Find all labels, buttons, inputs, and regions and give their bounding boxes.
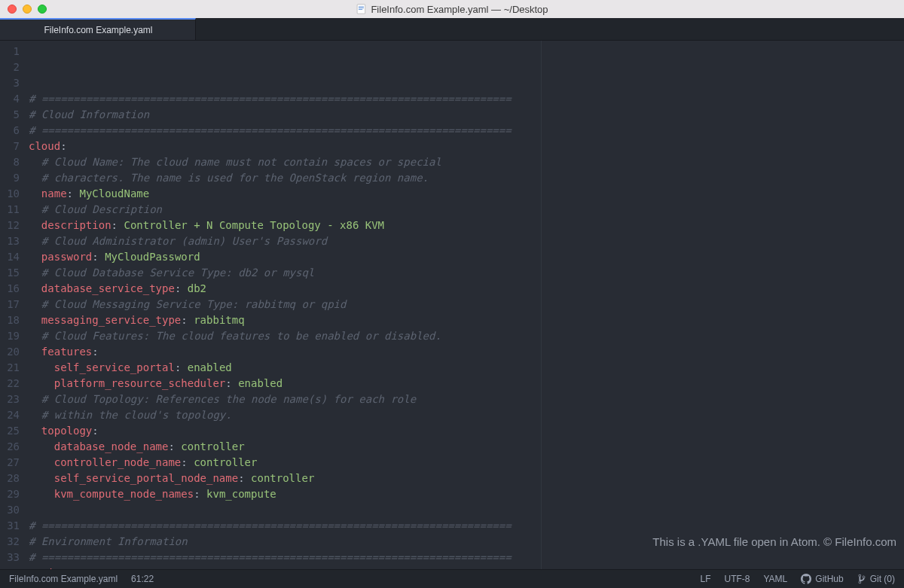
window-titlebar: FileInfo.com Example.yaml — ~/Desktop bbox=[0, 0, 904, 18]
svg-rect-2 bbox=[359, 8, 364, 8]
line-number: 16 bbox=[0, 281, 29, 297]
editor-pane[interactable]: 1234567891011121314151617181920212223242… bbox=[0, 41, 904, 569]
line-number: 6 bbox=[0, 123, 29, 139]
line-number: 7 bbox=[0, 139, 29, 154]
line-number: 24 bbox=[0, 407, 29, 423]
code-line[interactable]: description: Controller + N Compute Topo… bbox=[29, 218, 904, 233]
code-line[interactable]: self_service_portal_node_name: controlle… bbox=[29, 471, 904, 486]
line-number: 27 bbox=[0, 455, 29, 471]
code-line[interactable]: # Cloud Information bbox=[29, 107, 904, 123]
line-number: 1 bbox=[0, 44, 29, 59]
github-icon bbox=[801, 574, 811, 584]
line-number: 2 bbox=[0, 59, 29, 75]
code-line[interactable]: features: bbox=[29, 344, 904, 360]
status-bar: FileInfo.com Example.yaml 61:22 LF UTF-8… bbox=[0, 569, 904, 588]
window-controls bbox=[0, 5, 47, 14]
svg-rect-3 bbox=[359, 9, 362, 10]
line-number: 17 bbox=[0, 297, 29, 312]
code-line[interactable]: environment: bbox=[29, 565, 904, 569]
status-cursor-position[interactable]: 61:22 bbox=[131, 574, 154, 584]
git-branch-icon bbox=[857, 574, 866, 584]
code-line[interactable]: # ======================================… bbox=[29, 550, 904, 565]
code-line[interactable]: # ======================================… bbox=[29, 91, 904, 107]
status-encoding[interactable]: UTF-8 bbox=[725, 574, 750, 584]
line-number: 4 bbox=[0, 91, 29, 107]
line-number-gutter: 1234567891011121314151617181920212223242… bbox=[0, 41, 29, 569]
line-number: 21 bbox=[0, 360, 29, 376]
minimize-window-button[interactable] bbox=[23, 5, 32, 14]
code-line[interactable]: # Cloud Topology: References the node na… bbox=[29, 391, 904, 407]
line-number: 14 bbox=[0, 249, 29, 265]
close-window-button[interactable] bbox=[8, 5, 17, 14]
line-number: 11 bbox=[0, 202, 29, 218]
line-number: 10 bbox=[0, 186, 29, 202]
maximize-window-button[interactable] bbox=[38, 5, 47, 14]
line-number: 29 bbox=[0, 486, 29, 502]
code-line[interactable]: database_service_type: db2 bbox=[29, 281, 904, 297]
status-filename[interactable]: FileInfo.com Example.yaml bbox=[9, 574, 118, 584]
code-line[interactable]: # Cloud Administrator (admin) User's Pas… bbox=[29, 233, 904, 249]
code-line[interactable]: kvm_compute_node_names: kvm_compute bbox=[29, 486, 904, 502]
code-line[interactable]: # ======================================… bbox=[29, 123, 904, 139]
code-line[interactable]: # ======================================… bbox=[29, 518, 904, 534]
code-line[interactable]: # Cloud Messaging Service Type: rabbitmq… bbox=[29, 297, 904, 312]
code-line[interactable]: database_node_name: controller bbox=[29, 439, 904, 455]
line-number: 13 bbox=[0, 233, 29, 249]
line-number: 28 bbox=[0, 471, 29, 486]
line-number: 33 bbox=[0, 550, 29, 565]
file-icon bbox=[356, 4, 366, 14]
line-number: 9 bbox=[0, 170, 29, 186]
line-number: 15 bbox=[0, 265, 29, 281]
svg-rect-1 bbox=[359, 7, 364, 8]
line-number: 23 bbox=[0, 391, 29, 407]
line-number: 25 bbox=[0, 423, 29, 439]
code-line[interactable]: name: MyCloudName bbox=[29, 186, 904, 202]
line-number: 31 bbox=[0, 518, 29, 534]
code-line[interactable]: self_service_portal: enabled bbox=[29, 360, 904, 376]
line-number: 8 bbox=[0, 154, 29, 170]
code-line[interactable]: topology: bbox=[29, 423, 904, 439]
line-number: 26 bbox=[0, 439, 29, 455]
tab-title: FileInfo.com Example.yaml bbox=[44, 25, 152, 35]
code-line[interactable]: platform_resource_scheduler: enabled bbox=[29, 376, 904, 391]
window-title-text: FileInfo.com Example.yaml — ~/Desktop bbox=[371, 4, 548, 15]
status-github[interactable]: GitHub bbox=[801, 574, 843, 584]
code-line[interactable]: password: MyCloudPassword bbox=[29, 249, 904, 265]
line-number: 5 bbox=[0, 107, 29, 123]
line-number: 3 bbox=[0, 75, 29, 91]
code-line[interactable]: # Cloud Database Service Type: db2 or my… bbox=[29, 265, 904, 281]
code-line[interactable]: # Cloud Features: The cloud features to … bbox=[29, 328, 904, 344]
code-line[interactable]: cloud: bbox=[29, 139, 904, 154]
line-number: 22 bbox=[0, 376, 29, 391]
status-line-ending[interactable]: LF bbox=[700, 574, 710, 584]
tab-active[interactable]: FileInfo.com Example.yaml bbox=[0, 18, 196, 40]
line-number: 30 bbox=[0, 502, 29, 518]
code-line[interactable]: controller_node_name: controller bbox=[29, 455, 904, 471]
code-line[interactable]: # Cloud Name: The cloud name must not co… bbox=[29, 154, 904, 170]
code-line[interactable]: # Cloud Description bbox=[29, 202, 904, 218]
status-grammar[interactable]: YAML bbox=[764, 574, 788, 584]
line-number: 18 bbox=[0, 312, 29, 328]
line-number: 32 bbox=[0, 534, 29, 550]
tab-bar: FileInfo.com Example.yaml bbox=[0, 18, 904, 41]
code-area[interactable]: # ======================================… bbox=[29, 41, 904, 569]
code-line[interactable]: # characters. The name is used for the O… bbox=[29, 170, 904, 186]
code-line[interactable]: messaging_service_type: rabbitmq bbox=[29, 312, 904, 328]
code-line[interactable] bbox=[29, 502, 904, 518]
line-number: 12 bbox=[0, 218, 29, 233]
line-number: 20 bbox=[0, 344, 29, 360]
code-line[interactable]: # within the cloud's topology. bbox=[29, 407, 904, 423]
status-git-branch[interactable]: Git (0) bbox=[857, 574, 895, 584]
line-number: 19 bbox=[0, 328, 29, 344]
code-line[interactable]: # Environment Information bbox=[29, 534, 904, 550]
window-title: FileInfo.com Example.yaml — ~/Desktop bbox=[356, 4, 548, 15]
